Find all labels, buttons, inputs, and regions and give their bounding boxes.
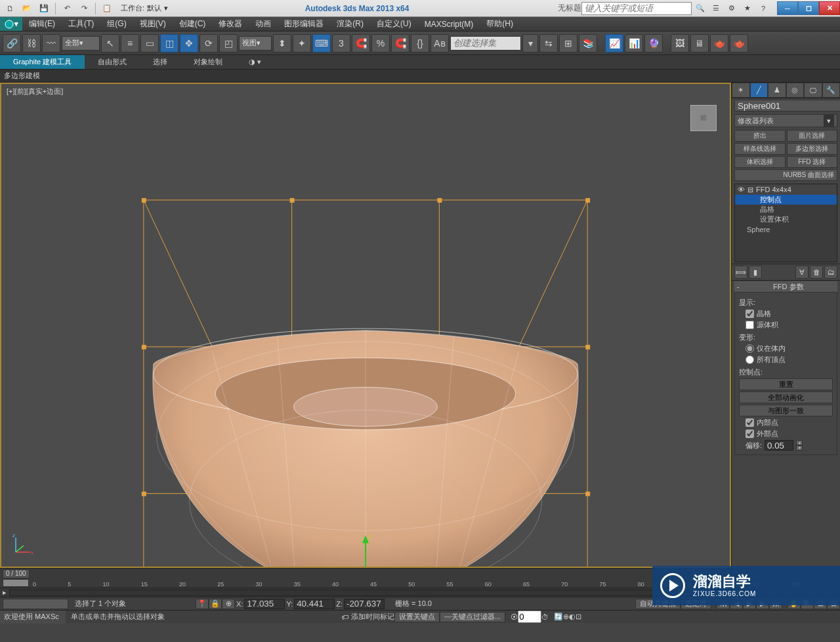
btn-conform[interactable]: 与图形一致 <box>739 405 833 416</box>
chk-outside-points[interactable]: 外部点 <box>746 429 833 439</box>
menu-help[interactable]: 帮助(H) <box>480 17 520 31</box>
select-object-icon[interactable]: ↖ <box>101 34 119 52</box>
time-slider-handle[interactable] <box>3 579 29 587</box>
rad-only-in-volume[interactable]: 仅在体内 <box>746 344 833 353</box>
stack-sub-set-volume[interactable]: 设置体积 <box>735 214 837 224</box>
pin-stack-icon[interactable]: ⟾ <box>734 266 747 279</box>
menu-edit[interactable]: 编辑(E) <box>22 17 62 31</box>
unlink-icon[interactable]: ⛓ <box>22 34 41 52</box>
spinner-down-icon[interactable]: ▾ <box>796 445 803 451</box>
select-rotate-icon[interactable]: ⟳ <box>200 34 218 52</box>
tab-hierarchy-icon[interactable]: ♟ <box>768 83 786 98</box>
ref-coord-dropdown[interactable]: 视图 ▾ <box>239 36 272 50</box>
coord-display-icon[interactable]: ⊕ <box>222 599 235 609</box>
z-input[interactable] <box>344 599 385 609</box>
maximize-button[interactable]: ◻ <box>798 1 819 15</box>
stack-base-object[interactable]: Sphere <box>735 224 837 234</box>
keyboard-shortcut-icon[interactable]: ⌨ <box>312 34 331 52</box>
layers-icon[interactable]: 📚 <box>579 34 597 52</box>
menu-group[interactable]: 组(G) <box>100 17 133 31</box>
menu-graph-editors[interactable]: 图形编辑器 <box>278 17 330 31</box>
select-name-icon[interactable]: ≡ <box>121 34 139 52</box>
ribbon-tab-paint[interactable]: 对象绘制 <box>180 55 236 69</box>
viewport-nav-8-icon[interactable]: ⊡ <box>576 612 581 621</box>
remove-modifier-icon[interactable]: 🗑 <box>810 266 823 279</box>
key-mode-icon[interactable]: ⦿ <box>511 613 518 621</box>
manipulate-icon[interactable]: ✦ <box>293 34 311 52</box>
key-filters-button[interactable]: 〰 关键点过滤器... <box>440 612 505 622</box>
object-name-input[interactable] <box>734 100 840 111</box>
lock-selection-icon[interactable]: 📍 <box>196 599 209 609</box>
minimize-button[interactable]: ─ <box>777 1 798 15</box>
ribbon-tab-freeform[interactable]: 自由形式 <box>85 55 140 69</box>
viewport-nav-7-icon[interactable]: ◐ <box>569 612 576 621</box>
menu-customize[interactable]: 自定义(U) <box>370 17 418 31</box>
selbtn-poly[interactable]: 多边形选择 <box>787 143 838 155</box>
mirror-icon[interactable]: ⇆ <box>539 34 558 52</box>
menu-create[interactable]: 创建(C) <box>173 17 213 31</box>
stack-modifier-label[interactable]: FFD 4x4x4 <box>756 186 791 193</box>
spinner-snap-icon[interactable]: 🧲 <box>391 34 410 52</box>
select-region-icon[interactable]: ▭ <box>140 34 159 52</box>
eye-icon[interactable]: 👁 <box>738 186 745 193</box>
subscription-icon[interactable]: ⚙ <box>724 2 739 15</box>
close-button[interactable]: ✕ <box>819 1 840 15</box>
add-time-tag[interactable]: 添加时间标记 <box>348 612 394 622</box>
ribbon-tab-graphite[interactable]: Graphite 建模工具 <box>0 55 85 69</box>
menu-animation[interactable]: 动画 <box>249 17 278 31</box>
selbtn-nurbs[interactable]: NURBS 曲面选择 <box>734 169 837 181</box>
select-move-icon[interactable]: ✥ <box>180 34 198 52</box>
schematic-view-icon[interactable]: 📊 <box>625 34 643 52</box>
render-production-icon[interactable]: 🫖 <box>710 34 728 52</box>
stack-sub-control-points[interactable]: 控制点 <box>735 195 837 205</box>
btn-animate-all[interactable]: 全部动画化 <box>739 391 833 403</box>
viewport[interactable]: [+][前][真实+边面] 前 <box>0 83 731 568</box>
search-input[interactable] <box>581 2 692 15</box>
spinner-up-icon[interactable]: ▴ <box>796 440 803 445</box>
align-icon[interactable]: ⊞ <box>559 34 578 52</box>
modifier-list-dropdown[interactable]: 修改器列表 ▾ <box>734 114 837 127</box>
stack-head[interactable]: 👁 ⊟ FFD 4x4x4 <box>735 184 837 195</box>
tab-motion-icon[interactable]: ◎ <box>786 83 805 98</box>
ribbon-expand-icon[interactable]: ◑ ▾ <box>236 55 274 69</box>
comm-center-icon[interactable]: ☰ <box>709 2 723 15</box>
tab-display-icon[interactable]: 🖵 <box>804 83 822 98</box>
script-mini-listener[interactable] <box>3 599 68 609</box>
favorites-icon[interactable]: ★ <box>740 2 755 15</box>
pivot-center-icon[interactable]: ⬍ <box>273 34 291 52</box>
show-end-result-icon[interactable]: ▮ <box>749 266 762 279</box>
edit-named-sel-icon[interactable]: {} <box>411 34 429 52</box>
configure-sets-icon[interactable]: 🗂 <box>824 266 837 279</box>
chk-inside-points[interactable]: 内部点 <box>746 418 833 428</box>
time-config-icon[interactable]: ⏱ <box>541 613 549 621</box>
trackbar-toggle-icon[interactable]: ▸ <box>3 588 7 597</box>
time-tag-icon[interactable]: 🏷 <box>341 613 348 621</box>
rendered-frame-icon[interactable]: 🖥 <box>690 34 709 52</box>
selection-filter-dropdown[interactable]: 全部 ▾ <box>62 36 100 50</box>
help-icon[interactable]: ? <box>756 2 770 15</box>
selbtn-patch[interactable]: 面片选择 <box>787 130 838 142</box>
select-scale-icon[interactable]: ◰ <box>219 34 238 52</box>
new-icon[interactable]: 🗋 <box>3 2 17 15</box>
save-icon[interactable]: 💾 <box>37 2 51 15</box>
redo-icon[interactable]: ↷ <box>77 2 91 15</box>
selset-dd-icon[interactable]: ▾ <box>522 34 538 52</box>
workspace-dropdown[interactable]: 工作台: 默认 ▾ <box>121 3 168 13</box>
project-icon[interactable]: 📋 <box>100 2 114 15</box>
open-icon[interactable]: 📂 <box>20 2 34 15</box>
viewport-nav-6-icon[interactable]: ⊕ <box>563 612 569 621</box>
render-iterative-icon[interactable]: 🫖 <box>730 34 748 52</box>
ribbon-sub-label[interactable]: 多边形建模 <box>4 71 40 81</box>
material-editor-icon[interactable]: 🔮 <box>644 34 663 52</box>
menu-maxscript[interactable]: MAXScript(M) <box>418 17 480 31</box>
tab-modify-icon[interactable]: ╱ <box>750 83 768 98</box>
offset-input[interactable] <box>765 440 793 451</box>
curve-editor-icon[interactable]: 📈 <box>605 34 623 52</box>
selbtn-vol[interactable]: 体积选择 <box>734 156 786 168</box>
menu-views[interactable]: 视图(V) <box>133 17 173 31</box>
menu-tools[interactable]: 工具(T) <box>62 17 100 31</box>
y-input[interactable] <box>294 599 335 609</box>
menu-rendering[interactable]: 渲染(R) <box>330 17 370 31</box>
undo-icon[interactable]: ↶ <box>60 2 74 15</box>
app-menu-icon[interactable]: ▾ <box>0 17 22 31</box>
